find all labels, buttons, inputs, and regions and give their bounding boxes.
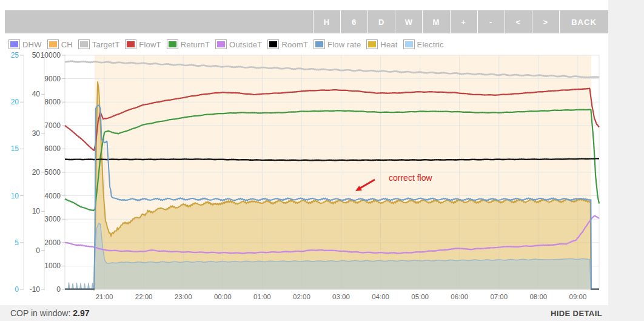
legend-label: CH: [61, 40, 73, 49]
svg-text:50: 50: [32, 52, 41, 59]
legend-item-targett[interactable]: TargetT: [78, 39, 119, 49]
svg-text:9000: 9000: [44, 75, 61, 83]
svg-text:0: 0: [56, 285, 61, 294]
legend-swatch: [167, 39, 178, 49]
legend-label: Flow rate: [327, 40, 361, 49]
legend-label: TargetT: [92, 40, 119, 49]
svg-text:15: 15: [11, 144, 19, 153]
svg-text:06:00: 06:00: [451, 293, 468, 300]
legend-swatch: [267, 39, 279, 49]
toolbar-button->[interactable]: >: [532, 10, 559, 33]
svg-text:23:00: 23:00: [175, 293, 192, 300]
svg-text:6000: 6000: [44, 144, 61, 153]
toolbar-button-w[interactable]: W: [395, 10, 422, 33]
svg-text:0: 0: [15, 285, 19, 294]
cop-readout: COP in window: 2.97: [10, 308, 89, 318]
legend-item-flowt[interactable]: FlowT: [125, 39, 161, 49]
toolbar-button-h[interactable]: H: [313, 10, 340, 33]
toolbar-button-back[interactable]: BACK: [559, 10, 608, 33]
footer-bar: COP in window: 2.97 HIDE DETAIL: [0, 305, 608, 321]
svg-text:25: 25: [11, 52, 19, 59]
svg-text:0: 0: [36, 246, 40, 255]
svg-text:21:00: 21:00: [96, 293, 113, 300]
svg-text:8000: 8000: [44, 98, 61, 106]
legend-label: FlowT: [139, 40, 161, 49]
legend-swatch: [47, 39, 59, 49]
chart-legend: DHWCHTargetTFlowTReturnTOutsideTRoomTFlo…: [8, 38, 444, 50]
legend-item-heat[interactable]: Heat: [366, 39, 397, 49]
toolbar-button-6[interactable]: 6: [340, 10, 367, 33]
svg-text:5: 5: [15, 238, 19, 247]
cop-label: COP in window:: [10, 308, 70, 318]
svg-text:10: 10: [32, 207, 41, 215]
svg-text:7000: 7000: [44, 121, 61, 130]
svg-text:03:00: 03:00: [332, 293, 350, 300]
svg-text:07:00: 07:00: [490, 293, 508, 300]
legend-swatch: [78, 39, 90, 49]
legend-label: ReturnT: [181, 40, 210, 49]
legend-label: OutsideT: [229, 40, 262, 49]
chart: 0510152025-10010203040500100020003000400…: [0, 52, 612, 303]
legend-swatch: [366, 39, 378, 49]
svg-text:05:00: 05:00: [411, 293, 429, 300]
legend-label: DHW: [22, 40, 42, 49]
svg-text:4000: 4000: [44, 192, 61, 200]
toolbar-button-d[interactable]: D: [367, 10, 395, 33]
svg-text:40: 40: [32, 90, 41, 98]
toolbar-button--[interactable]: -: [477, 10, 505, 33]
legend-item-roomt[interactable]: RoomT: [267, 39, 308, 49]
page-gutter: [608, 0, 644, 321]
heat-pump-dashboard: H6DWM+-<>BACK DHWCHTargetTFlowTReturnTOu…: [0, 0, 644, 321]
svg-text:10: 10: [11, 192, 19, 200]
svg-text:02:00: 02:00: [293, 293, 310, 300]
legend-swatch: [215, 39, 227, 49]
legend-swatch: [8, 39, 20, 49]
chart-toolbar: H6DWM+-<>BACK: [5, 10, 608, 33]
y-axes: 0510152025-10010203040500100020003000400…: [11, 52, 65, 294]
svg-text:20: 20: [11, 98, 19, 106]
toolbar-button-<[interactable]: <: [505, 10, 532, 33]
svg-text:30: 30: [32, 129, 41, 138]
legend-item-electric[interactable]: Electric: [403, 39, 444, 49]
svg-text:01:00: 01:00: [253, 293, 271, 300]
svg-text:5000: 5000: [44, 168, 61, 177]
legend-swatch: [314, 39, 325, 49]
hide-detail-button[interactable]: HIDE DETAIL: [551, 309, 602, 318]
x-axis-labels: 21:0022:0023:0000:0001:0002:0003:0004:00…: [96, 293, 587, 300]
legend-item-ch[interactable]: CH: [47, 39, 73, 49]
legend-item-flow-rate[interactable]: Flow rate: [314, 39, 361, 49]
svg-text:00:00: 00:00: [214, 293, 232, 300]
annotation-label: correct flow: [389, 173, 432, 183]
svg-text:20: 20: [32, 168, 41, 177]
legend-item-dhw[interactable]: DHW: [8, 39, 42, 49]
cop-value: 2.97: [73, 308, 89, 318]
svg-text:2000: 2000: [44, 238, 61, 247]
svg-text:09:00: 09:00: [569, 293, 587, 300]
svg-text:08:00: 08:00: [529, 293, 547, 300]
legend-item-returnt[interactable]: ReturnT: [167, 39, 210, 49]
legend-swatch: [403, 39, 415, 49]
svg-text:1000: 1000: [44, 262, 61, 270]
toolbar-button-+[interactable]: +: [450, 10, 477, 33]
svg-text:3000: 3000: [44, 215, 61, 223]
svg-text:22:00: 22:00: [135, 293, 153, 300]
legend-item-outsidet[interactable]: OutsideT: [215, 39, 262, 49]
toolbar-button-m[interactable]: M: [422, 10, 449, 33]
legend-label: Heat: [380, 40, 397, 49]
svg-text:10000: 10000: [41, 52, 61, 59]
svg-text:04:00: 04:00: [372, 293, 389, 300]
legend-label: RoomT: [281, 40, 308, 49]
legend-swatch: [125, 39, 136, 49]
legend-label: Electric: [417, 40, 444, 49]
svg-text:-10: -10: [30, 285, 41, 294]
